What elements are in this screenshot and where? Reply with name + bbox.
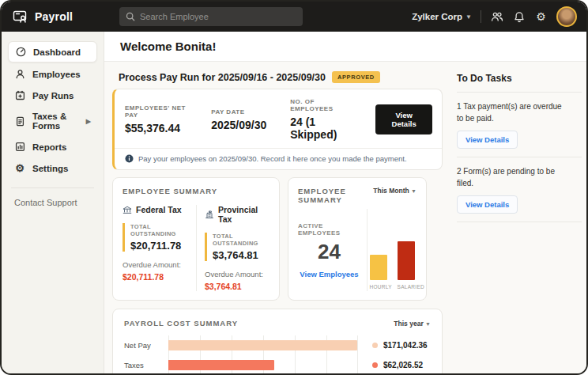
gear-icon[interactable]: ⚙ <box>534 10 548 24</box>
sidebar-item-taxes-forms[interactable]: Taxes & Forms ▶ <box>8 107 97 135</box>
year-filter-dropdown[interactable]: This year ▼ <box>394 320 431 328</box>
chevron-down-icon: ▼ <box>411 188 416 194</box>
stat-employee-count: NO. OF EMPLOYEES 24 (1 Skipped) <box>290 98 355 141</box>
view-details-button[interactable]: View Details <box>375 104 432 134</box>
search-box[interactable] <box>119 7 303 26</box>
main-area: Welcome Bonita! Process Pay Run for 2025… <box>104 32 586 373</box>
month-filter-dropdown[interactable]: This Month ▼ <box>373 187 416 195</box>
status-badge: APPROVED <box>332 71 380 83</box>
net-pay-bar <box>168 340 357 350</box>
topbar: Payroll Zylker Corp ▼ <box>2 2 586 32</box>
sidebar-item-settings[interactable]: ⚙ Settings <box>8 158 97 178</box>
payrun-title: Process Pay Run for 2025/09/16 - 2025/09… <box>119 72 326 83</box>
view-details-button[interactable]: View Details <box>457 195 518 214</box>
org-name: Zylker Corp <box>412 12 462 21</box>
building-icon <box>205 210 214 219</box>
stat-label: NO. OF EMPLOYEES <box>290 98 355 112</box>
dashboard-column: Process Pay Run for 2025/09/16 - 2025/09… <box>112 71 443 375</box>
welcome-heading: Welcome Bonita! <box>120 40 216 53</box>
todo-task-forms: 2 Form(s) are pending to be filed. View … <box>457 165 582 214</box>
legend-dot <box>372 343 378 348</box>
divider <box>457 92 582 93</box>
category-label: Taxes <box>124 355 168 375</box>
sidebar-item-label: Dashboard <box>33 47 81 57</box>
tax-summary-title: EMPLOYEE SUMMARY <box>122 187 270 195</box>
payroll-cost-title: PAYROLL COST SUMMARY <box>124 319 238 328</box>
topbar-right: Zylker Corp ▼ ⚙ <box>412 6 577 27</box>
legend-dot <box>372 362 378 368</box>
overdue-value: $3,764.81 <box>205 282 270 291</box>
provincial-tax-block: Provincial Tax TOTAL OUTSTANDING $3,764.… <box>196 205 270 291</box>
payrun-note-text: Pay your employees on 2025/09/30. Record… <box>138 154 407 163</box>
outstanding-label: TOTAL OUTSTANDING <box>130 223 190 237</box>
filter-value: This Month <box>373 187 409 195</box>
chevron-down-icon: ▼ <box>425 321 431 327</box>
todo-task-tax: 1 Tax payment(s) are overdue to be paid.… <box>457 100 582 149</box>
filter-value: This year <box>394 320 423 328</box>
stat-label: EMPLOYEES' NET PAY <box>125 104 190 119</box>
sidebar-item-label: Taxes & Forms <box>32 112 79 131</box>
app-window: Payroll Zylker Corp ▼ <box>0 0 588 375</box>
federal-tax-block: Federal Tax TOTAL OUTSTANDING $20,711.78… <box>122 205 196 291</box>
sidebar-item-label: Pay Runs <box>32 91 74 100</box>
legend-value: $62,026.52 <box>383 361 423 369</box>
topbar-divider <box>481 10 481 23</box>
sidebar-item-label: Reports <box>32 142 66 152</box>
sidebar-item-reports[interactable]: Reports <box>8 137 97 157</box>
todo-title: To Do Tasks <box>457 73 582 84</box>
sidebar-item-label: Employees <box>32 70 81 79</box>
sidebar-item-pay-runs[interactable]: Pay Runs <box>8 85 97 105</box>
sidebar-divider <box>11 188 94 188</box>
outstanding-value: $20,711.78 <box>130 240 190 252</box>
overdue-label: Overdue Amount: <box>205 270 270 278</box>
users-icon[interactable] <box>490 10 503 24</box>
info-icon <box>125 154 134 163</box>
taxes-bar <box>168 360 274 370</box>
hourly-bar <box>370 255 387 280</box>
org-switcher[interactable]: Zylker Corp ▼ <box>412 12 472 21</box>
chart-legend: $171,042.36 $62,026.52 $15,250.00 $9,860… <box>372 335 428 375</box>
contact-support-link[interactable]: Contact Support <box>14 198 91 207</box>
category-label: Net Pay <box>124 335 168 355</box>
overdue-label: Overdue Amount: <box>122 260 190 269</box>
stat-value: 24 (1 Skipped) <box>290 116 355 141</box>
hourly-label: HOURLY <box>370 284 387 290</box>
divider <box>457 222 582 222</box>
sidebar-item-label: Settings <box>32 164 68 173</box>
payrun-card: EMPLOYEES' NET PAY $55,376.44 PAY DATE 2… <box>112 89 443 170</box>
active-employees-count: 24 <box>318 241 341 262</box>
tax-summary-card: EMPLOYEE SUMMARY <box>112 177 280 301</box>
stat-value: 2025/09/30 <box>211 119 266 131</box>
search-input[interactable] <box>140 12 296 21</box>
tax-name: Provincial Tax <box>218 205 270 224</box>
gear-icon: ⚙ <box>14 163 25 173</box>
employee-summary-title: EMPLOYEE SUMMARY <box>298 187 373 204</box>
stat-net-pay: EMPLOYEES' NET PAY $55,376.44 <box>125 104 190 134</box>
salaried-label: SALARIED <box>398 284 415 290</box>
outstanding-label: TOTAL OUTSTANDING <box>213 233 270 247</box>
overdue-value: $20,711.78 <box>122 272 190 282</box>
bank-icon <box>122 206 132 214</box>
bell-icon[interactable] <box>512 10 526 24</box>
app-title: Payroll <box>35 10 73 23</box>
sidebar-item-employees[interactable]: Employees <box>8 64 97 84</box>
sidebar-item-dashboard[interactable]: Dashboard <box>8 41 97 62</box>
payrun-note: Pay your employees on 2025/09/30. Record… <box>115 148 442 169</box>
tax-name: Federal Tax <box>136 205 182 214</box>
stat-pay-date: PAY DATE 2025/09/30 <box>211 108 266 131</box>
chevron-down-icon: ▼ <box>466 13 472 21</box>
payroll-logo-icon <box>13 9 28 25</box>
avatar[interactable] <box>556 6 577 27</box>
salaried-bar <box>398 241 415 280</box>
view-details-button[interactable]: View Details <box>457 131 518 149</box>
search-icon <box>126 12 135 21</box>
app-logo: Payroll <box>13 9 116 25</box>
outstanding-value: $3,764.81 <box>213 249 270 261</box>
todo-panel: To Do Tasks 1 Tax payment(s) are overdue… <box>457 71 582 375</box>
chevron-right-icon: ▶ <box>86 118 91 125</box>
legend-value: $171,042.36 <box>383 341 428 350</box>
chart-plot-area <box>168 335 358 375</box>
view-employees-link[interactable]: View Employees <box>300 270 358 278</box>
stat-label: PAY DATE <box>211 108 266 116</box>
todo-task-text: 2 Form(s) are pending to be filed. <box>457 165 569 189</box>
